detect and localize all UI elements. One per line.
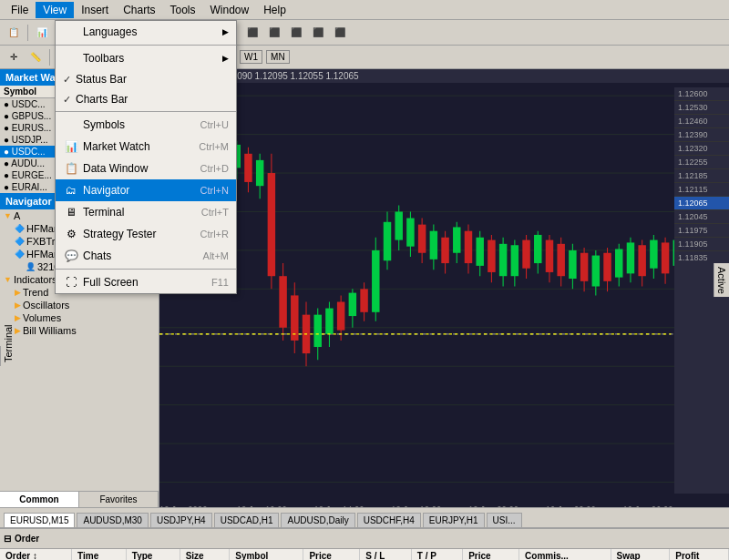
toolbars-icon (63, 51, 79, 66)
svg-rect-37 (313, 315, 321, 347)
btn6[interactable]: ⬛ (330, 23, 350, 43)
fullscreen-icon: ⛶ (63, 275, 79, 290)
new-order-btn[interactable]: 📋 (4, 23, 24, 43)
btn2[interactable]: ⬛ (242, 23, 262, 43)
indicator-volumes: Volumes (23, 312, 61, 323)
terminal-header-bar: ⊟ Order (0, 529, 729, 549)
chart-new-btn[interactable]: 📊 (32, 23, 52, 43)
menu-data-window[interactable]: 📋 Data Window Ctrl+D (56, 158, 236, 179)
chart-tab-audusd-daily[interactable]: AUDUSD,Daily (281, 513, 354, 527)
btn5[interactable]: ⬛ (308, 23, 328, 43)
tab-favorites[interactable]: Favorites (79, 492, 159, 507)
crosshair-btn[interactable]: ✛ (4, 47, 24, 67)
price-level: 1.12460 (674, 115, 729, 128)
col-price: Price (303, 549, 360, 560)
svg-rect-61 (453, 227, 460, 252)
svg-rect-67 (488, 240, 495, 272)
svg-rect-39 (325, 309, 333, 334)
indicators-label: Indicators (14, 274, 57, 285)
price-level: 1.12185 (674, 169, 729, 183)
current-price-label: 1.12065 (674, 197, 729, 210)
menu-help[interactable]: Help (256, 2, 293, 18)
vol-folder-icon: ▶ (15, 313, 21, 322)
chart-prices: 1.12090 1.12095 1.12055 1.12065 (220, 71, 359, 81)
menu-view[interactable]: View (36, 2, 74, 18)
terminal-menu-icon: 🖥 (63, 205, 79, 219)
menu-symbols[interactable]: Symbols Ctrl+U (56, 114, 236, 136)
menu-fullscreen[interactable]: ⛶ Full Screen F11 (56, 271, 236, 293)
line-btn[interactable]: 📏 (26, 47, 46, 67)
strategy-shortcut: Ctrl+R (200, 229, 229, 239)
terminal-title: Order (15, 534, 39, 544)
indicator-billwilliams: Bill Williams (23, 325, 77, 336)
terminal-side-label[interactable]: Terminal (0, 346, 15, 366)
chart-tab-eurusd[interactable]: EURUSD,M15 (4, 513, 75, 527)
tab-common[interactable]: Common (0, 492, 79, 507)
svg-rect-31 (279, 276, 286, 328)
svg-rect-81 (569, 250, 576, 279)
tf-mn[interactable]: MN (266, 50, 290, 64)
navigator-tabs: Common Favorites (0, 491, 159, 507)
price-level: 1.11905 (674, 238, 729, 251)
chats-icon: 💬 (63, 249, 79, 263)
menu-market-watch[interactable]: 📊 Market Watch Ctrl+M (56, 136, 236, 158)
account-icon-3: 🔷 (15, 249, 25, 259)
svg-rect-89 (615, 249, 622, 277)
svg-rect-73 (522, 240, 529, 269)
nav-indicator-oscillators[interactable]: ▶ Oscillators (0, 299, 159, 311)
price-level: 1.12530 (674, 101, 729, 115)
menu-chats[interactable]: 💬 Chats Alt+M (56, 245, 236, 267)
svg-rect-55 (418, 225, 426, 253)
svg-rect-63 (465, 231, 472, 263)
menu-file[interactable]: File (4, 2, 36, 18)
col-sl: S / L (360, 549, 411, 560)
menu-strategy-tester[interactable]: ⚙ Strategy Tester Ctrl+R (56, 223, 236, 245)
col-symbol: Symbol (230, 549, 303, 560)
navigator-menu-label: Navigator (83, 184, 129, 197)
nav-indicator-billwilliams[interactable]: ▶ Bill Williams (0, 324, 159, 337)
chart-tab-usdjpy[interactable]: USDJPY,H4 (150, 513, 212, 527)
svg-text:18 Jun 2020: 18 Jun 2020 (159, 504, 207, 507)
active-label[interactable]: Active (714, 263, 729, 298)
chart-tab-eurjpy[interactable]: EURJPY,H1 (423, 513, 485, 527)
terminal-resize[interactable]: ⊟ (4, 534, 11, 544)
tf-w1[interactable]: W1 (240, 50, 262, 64)
chart-tab-audusd[interactable]: AUDUSD,M30 (77, 513, 148, 527)
osc-folder-icon: ▶ (15, 300, 21, 310)
chartsbar-check: ✓ (63, 94, 76, 106)
menu-languages[interactable]: Languages ▶ (56, 21, 236, 43)
svg-rect-93 (638, 245, 645, 276)
svg-rect-29 (268, 173, 275, 276)
menu-insert[interactable]: Insert (74, 2, 116, 18)
menu-navigator[interactable]: 🗂 Navigator Ctrl+N (56, 179, 236, 201)
menu-toolbars[interactable]: Toolbars ▶ (56, 47, 236, 69)
svg-rect-71 (511, 245, 519, 276)
menu-charts-bar[interactable]: ✓ Charts Bar (56, 89, 236, 109)
chart-tab-usl[interactable]: USI... (487, 513, 522, 527)
languages-label: Languages (83, 25, 137, 38)
chart-tab-usdchf[interactable]: USDCHF,H4 (357, 513, 421, 527)
btn4[interactable]: ⬛ (286, 23, 306, 43)
svg-rect-53 (406, 219, 414, 247)
terminal-table: Order ↕ Time Type Size Symbol Price S / … (0, 549, 729, 560)
chart-tab-usdcad[interactable]: USDCAD,H1 (214, 513, 280, 527)
sep1 (27, 25, 28, 41)
menu-status-bar[interactable]: ✓ Status Bar (56, 69, 236, 89)
menu-tools[interactable]: Tools (163, 2, 203, 18)
price-level: 1.12115 (674, 183, 729, 197)
btn3[interactable]: ⬛ (264, 23, 284, 43)
svg-rect-77 (546, 240, 553, 272)
col-tp: T / P (411, 549, 462, 560)
chats-shortcut: Alt+M (203, 250, 229, 261)
price-level: 1.11975 (674, 224, 729, 238)
sep-before-fullscreen (56, 269, 236, 270)
chart-tabs: EURUSD,M15 AUDUSD,M30 USDJPY,H4 USDCAD,H… (0, 507, 729, 527)
chart-area: USD...,M15 1.12090 1.12095 1.12055 1.120… (159, 69, 729, 507)
menu-terminal[interactable]: 🖥 Terminal Ctrl+T (56, 201, 236, 223)
menu-window[interactable]: Window (203, 2, 257, 18)
menu-charts[interactable]: Charts (116, 2, 162, 18)
languages-arrow: ▶ (222, 27, 229, 36)
nav-indicator-volumes[interactable]: ▶ Volumes (0, 311, 159, 324)
symbols-shortcut: Ctrl+U (200, 119, 229, 130)
sep-before-symbols (56, 111, 236, 112)
